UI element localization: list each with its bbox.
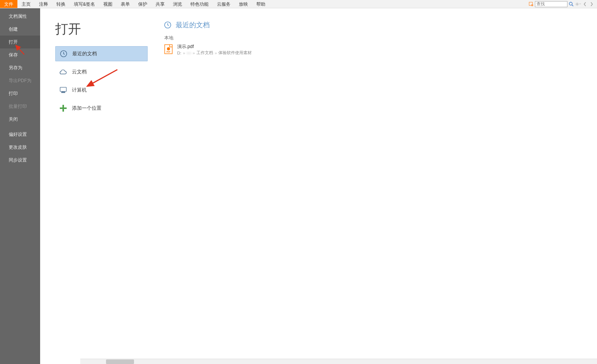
pdf-file-icon: PDF — [164, 44, 173, 56]
menu-tab-填写&签名[interactable]: 填写&签名 — [70, 0, 99, 8]
horizontal-scrollbar[interactable] — [80, 359, 597, 364]
location-label: 计算机 — [72, 87, 87, 93]
nav-back-icon[interactable] — [582, 1, 588, 7]
file-name: 演示.pdf — [177, 44, 252, 50]
location-list: 最近的文档云文档计算机添加一个位置 — [55, 46, 150, 116]
svg-point-4 — [577, 3, 578, 5]
menu-tab-共享[interactable]: 共享 — [151, 0, 169, 8]
sidebar-item-导出PDF为: 导出PDF为 — [0, 74, 40, 87]
section-local-label: 本地 — [164, 35, 597, 41]
location-label: 最近的文档 — [72, 50, 97, 57]
location-clock[interactable]: 最近的文档 — [55, 46, 148, 61]
sidebar-item-文档属性[interactable]: 文档属性 — [0, 10, 40, 23]
menu-tab-云服务[interactable]: 云服务 — [213, 0, 235, 8]
recent-column: 最近的文档 本地 PDF 演示.pdf D:»▫▫▫»工作文档»体验软件使用素材 — [150, 8, 597, 364]
body: 文档属性创建打开保存另存为导出PDF为打印批量打印关闭偏好设置更改皮肤同步设置 … — [0, 8, 597, 364]
svg-rect-0 — [529, 2, 533, 5]
top-menu: 文件主页注释转换填写&签名视图表单保护共享浏览特色功能云服务放映帮助 — [0, 0, 597, 8]
clock-icon — [164, 21, 172, 29]
plus-icon — [59, 104, 67, 112]
svg-rect-6 — [60, 87, 67, 92]
menu-tab-放映[interactable]: 放映 — [235, 0, 252, 8]
sidebar-item-打开[interactable]: 打开 — [0, 36, 40, 48]
menu-tab-帮助[interactable]: 帮助 — [252, 0, 270, 8]
menu-tab-转换[interactable]: 转换 — [52, 0, 70, 8]
sidebar-item-偏好设置[interactable]: 偏好设置 — [0, 128, 40, 141]
recent-file-item[interactable]: PDF 演示.pdf D:»▫▫▫»工作文档»体验软件使用素材 — [164, 43, 597, 56]
recent-title: 最近的文档 — [164, 20, 597, 30]
location-label: 云文档 — [72, 68, 87, 75]
open-locations-column: 打开 最近的文档云文档计算机添加一个位置 — [40, 8, 150, 364]
svg-point-13 — [167, 47, 170, 50]
find-icon[interactable] — [528, 1, 534, 7]
sidebar-item-更改皮肤[interactable]: 更改皮肤 — [0, 141, 40, 154]
sidebar-item-保存[interactable]: 保存 — [0, 48, 40, 61]
recent-title-text: 最近的文档 — [176, 20, 210, 30]
computer-icon — [59, 86, 67, 94]
svg-rect-10 — [60, 107, 67, 109]
sidebar-item-关闭[interactable]: 关闭 — [0, 113, 40, 126]
svg-rect-8 — [61, 92, 65, 93]
content-pane: 打开 最近的文档云文档计算机添加一个位置 最近的文档 本地 PDF 演示.pdf… — [40, 8, 597, 364]
menu-tab-视图[interactable]: 视图 — [99, 0, 117, 8]
location-plus[interactable]: 添加一个位置 — [55, 101, 148, 116]
svg-point-1 — [531, 4, 533, 6]
svg-text:PDF: PDF — [167, 51, 170, 53]
sidebar-item-创建[interactable]: 创建 — [0, 23, 40, 36]
sidebar: 文档属性创建打开保存另存为导出PDF为打印批量打印关闭偏好设置更改皮肤同步设置 — [0, 8, 40, 364]
search-input[interactable] — [535, 1, 567, 7]
svg-point-2 — [569, 2, 572, 5]
sidebar-item-批量打印: 批量打印 — [0, 100, 40, 113]
sidebar-item-同步设置[interactable]: 同步设置 — [0, 154, 40, 166]
menu-tab-保护[interactable]: 保护 — [134, 0, 151, 8]
location-cloud[interactable]: 云文档 — [55, 64, 148, 79]
sidebar-item-另存为[interactable]: 另存为 — [0, 61, 40, 74]
page-title: 打开 — [55, 20, 150, 38]
search-icon[interactable] — [568, 1, 574, 7]
gear-icon[interactable] — [575, 1, 581, 7]
menu-tab-浏览[interactable]: 浏览 — [169, 0, 186, 8]
svg-line-3 — [572, 5, 574, 6]
menu-tab-表单[interactable]: 表单 — [117, 0, 134, 8]
recent-files-list: PDF 演示.pdf D:»▫▫▫»工作文档»体验软件使用素材 — [164, 43, 597, 56]
sidebar-item-打印[interactable]: 打印 — [0, 87, 40, 100]
menu-tab-注释[interactable]: 注释 — [35, 0, 52, 8]
nav-forward-icon[interactable] — [589, 1, 595, 7]
cloud-icon — [59, 68, 67, 76]
menu-tab-主页[interactable]: 主页 — [17, 0, 35, 8]
menu-tab-文件[interactable]: 文件 — [0, 0, 17, 8]
file-path: D:»▫▫▫»工作文档»体验软件使用素材 — [177, 50, 252, 56]
clock-icon — [59, 50, 68, 58]
menu-tab-特色功能[interactable]: 特色功能 — [186, 0, 213, 8]
location-label: 添加一个位置 — [72, 105, 101, 112]
location-computer[interactable]: 计算机 — [55, 82, 148, 98]
